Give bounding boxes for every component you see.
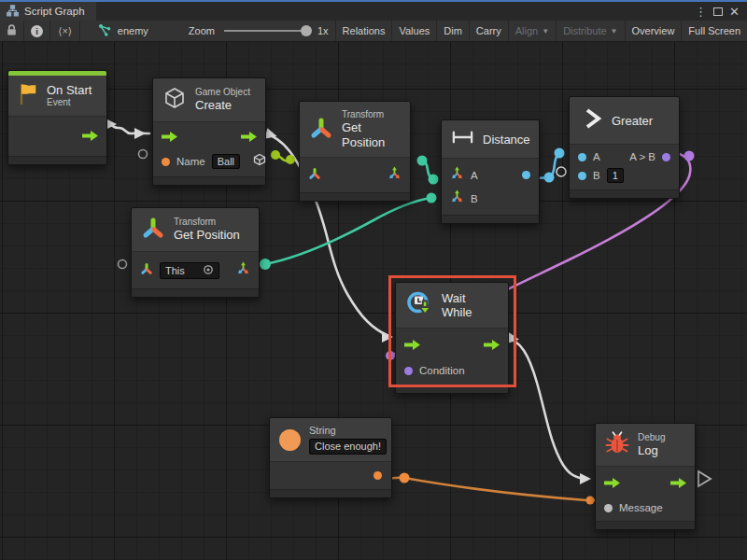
port-label: Name — [176, 156, 205, 167]
node-on-start-event[interactable]: On Start Event — [7, 70, 107, 165]
wait-clock-icon — [405, 289, 433, 321]
node-subtitle: Event — [47, 97, 92, 108]
condition-in-port[interactable] — [404, 367, 413, 375]
node-category: Transform — [342, 109, 401, 120]
align-button[interactable]: Align ▼ — [509, 21, 557, 41]
port-label: B — [471, 193, 478, 204]
graph-name: enemy — [118, 25, 148, 36]
node-title: Log — [638, 443, 665, 458]
chevron-down-icon: ▼ — [542, 27, 549, 35]
flow-in-port[interactable] — [162, 129, 177, 146]
node-title: Get Position — [174, 228, 240, 243]
graph-breadcrumb[interactable]: enemy — [89, 21, 155, 41]
tab-bar: Script Graph ⋮ ✕ — [0, 2, 747, 21]
graph-tab-icon — [7, 5, 19, 19]
flow-out-port[interactable] — [484, 337, 500, 354]
zoom-control: Zoom 1x — [155, 21, 336, 41]
node-distance[interactable]: Distance A B — [441, 119, 540, 224]
port-label: A — [593, 151, 600, 162]
info-button[interactable]: i — [24, 21, 50, 41]
flag-icon — [17, 81, 38, 110]
port-label: A — [471, 170, 478, 181]
flow-out-port[interactable] — [82, 128, 98, 145]
greater-b-in-port[interactable] — [578, 172, 586, 180]
gameobject-out-port[interactable] — [253, 153, 266, 170]
node-category: Debug — [638, 432, 665, 443]
zoom-slider[interactable] — [224, 30, 306, 32]
node-title: String — [309, 425, 387, 437]
zoom-value: 1x — [317, 25, 329, 36]
overview-button[interactable]: Overview — [626, 21, 683, 41]
distribute-button[interactable]: Distribute ▼ — [557, 21, 625, 41]
string-icon — [279, 429, 301, 451]
node-category: Transform — [174, 217, 240, 228]
target-value-field[interactable]: This — [160, 262, 219, 279]
lock-button[interactable] — [0, 21, 24, 41]
tab-title: Script Graph — [24, 6, 85, 17]
object-picker-icon[interactable] — [203, 264, 214, 277]
graph-icon — [98, 23, 112, 39]
port-label: Message — [619, 502, 663, 513]
chevron-down-icon: ▼ — [611, 27, 618, 35]
greater-a-in-port[interactable] — [578, 153, 586, 161]
node-greater[interactable]: Greater A A > B B 1 — [569, 96, 680, 199]
transform-icon — [141, 216, 165, 244]
node-title: Get Position — [342, 120, 401, 149]
carry-button[interactable]: Carry — [470, 21, 509, 41]
node-get-position-bottom[interactable]: Transform Get Position This — [131, 207, 260, 298]
values-button[interactable]: Values — [392, 21, 437, 41]
tab-script-graph[interactable]: Script Graph — [0, 2, 96, 21]
flow-in-port[interactable] — [404, 337, 420, 354]
string-out-port[interactable] — [374, 471, 382, 480]
string-value-field[interactable]: Close enough! — [309, 439, 387, 455]
name-value-field[interactable]: Ball — [212, 154, 240, 169]
window-controls: ⋮ ✕ — [695, 2, 747, 21]
node-title: On Start — [47, 83, 92, 98]
port-label: Condition — [419, 365, 465, 376]
vector3-in-port-a[interactable] — [450, 166, 464, 184]
node-title: Greater — [612, 114, 653, 128]
node-get-position-top[interactable]: Transform Get Position — [299, 101, 411, 202]
greater-output-label: A > B — [629, 151, 655, 162]
flow-out-port[interactable] — [670, 475, 686, 492]
maximize-icon[interactable] — [713, 7, 723, 16]
name-input-port[interactable] — [162, 158, 170, 166]
flow-out-port[interactable] — [241, 129, 257, 146]
port-label: B — [593, 170, 600, 181]
node-debug-log[interactable]: Debug Log Message — [595, 423, 696, 530]
graph-toolbar: i ⟨×⟩ enemy Zoom 1x Relations Values Dim… — [0, 21, 747, 42]
lock-icon — [6, 23, 18, 38]
cube-icon — [162, 86, 187, 114]
script-graph-window: Script Graph ⋮ ✕ i ⟨×⟩ enemy Zoom — [0, 0, 747, 560]
vector3-out-port[interactable] — [388, 166, 402, 184]
greater-icon — [581, 105, 603, 135]
node-string-literal[interactable]: String Close enough! — [269, 417, 392, 498]
dim-button[interactable]: Dim — [437, 21, 470, 41]
node-title: Distance — [483, 133, 530, 147]
greater-out-port[interactable] — [662, 153, 670, 161]
transform-in-port[interactable] — [308, 167, 321, 184]
node-title: Create — [195, 98, 250, 113]
message-in-port[interactable] — [604, 504, 613, 512]
zoom-label: Zoom — [189, 25, 215, 36]
window-menu-icon[interactable]: ⋮ — [695, 6, 707, 18]
node-wait-while[interactable]: Wait While Condition — [395, 282, 509, 394]
fullscreen-button[interactable]: Full Screen — [682, 21, 747, 41]
node-category: Game Object — [195, 87, 250, 98]
vector3-out-port[interactable] — [236, 261, 250, 279]
info-icon: i — [31, 25, 43, 37]
node-title: Wait While — [442, 291, 499, 319]
distance-out-port[interactable] — [522, 171, 530, 179]
flow-in-port[interactable] — [604, 475, 620, 492]
distance-icon — [451, 129, 474, 149]
greater-b-value-field[interactable]: 1 — [607, 168, 624, 183]
close-icon[interactable]: ✕ — [729, 6, 740, 18]
bug-icon — [605, 430, 629, 459]
zoom-slider-handle[interactable] — [301, 25, 312, 36]
vector3-in-port-b[interactable] — [450, 189, 464, 207]
transform-icon — [309, 116, 333, 144]
node-game-object-create[interactable]: Game Object Create Name Ball — [152, 77, 266, 186]
code-view-button[interactable]: ⟨×⟩ — [50, 21, 80, 41]
relations-button[interactable]: Relations — [336, 21, 393, 41]
transform-in-port[interactable] — [140, 262, 153, 279]
